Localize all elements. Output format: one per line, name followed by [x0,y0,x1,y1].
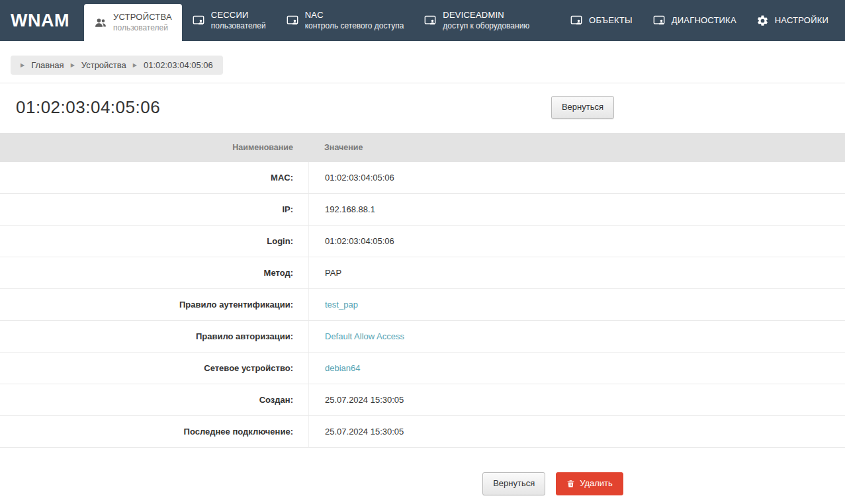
top-nav: WNAM УСТРОЙСТВАпользователейСЕССИИпользо… [0,0,845,41]
table-row: Login:01:02:03:04:05:06 [0,226,845,257]
row-name-cell: Правило авторизации: [0,321,308,352]
nav-item-sublabel: контроль сетевого доступа [305,21,404,31]
nav-item-objects[interactable]: ОБЪЕКТЫ [560,0,643,41]
row-name-cell: Сетевое устройство: [0,353,308,384]
objects-icon [570,14,583,27]
nav-item-sublabel: доступ к оборудованию [443,21,529,31]
nav-item-settings[interactable]: НАСТРОЙКИ [746,0,838,41]
nav-item-label: НАСТРОЙКИ [775,15,828,26]
row-name-cell: MAC: [0,162,308,193]
nav-item-diagnostics[interactable]: ДИАГНОСТИКА [643,0,746,41]
row-value-cell: 192.168.88.1 [308,194,845,225]
back-button[interactable]: Вернуться [551,96,614,119]
breadcrumb-bar: ▶Главная▶Устройства▶01:02:03:04:05:06 [0,41,845,83]
deviceadmin-icon [423,14,437,27]
nav-item-label: ДИАГНОСТИКА [672,15,736,26]
nav-item-label: NAC [305,10,404,21]
row-value-cell: 25.07.2024 15:30:05 [308,384,845,415]
row-value-link[interactable]: test_pap [308,289,845,320]
table-row: Последнее подключение:25.07.2024 15:30:0… [0,416,845,448]
row-name-cell: Создан: [0,384,308,415]
breadcrumb-item: 01:02:03:04:05:06 [144,60,213,70]
delete-button[interactable]: Удалить [556,472,623,495]
column-header-value: Значение [308,143,845,152]
table-row: Метод:PAP [0,257,845,289]
table-row: Сетевое устройство:debian64 [0,353,845,384]
devices-icon [94,16,107,29]
row-name-cell: Login: [0,226,308,257]
settings-icon [756,15,769,27]
back-button-bottom[interactable]: Вернуться [482,472,545,495]
nac-icon [286,14,299,27]
trash-icon [566,479,575,488]
nav-item-devices[interactable]: УСТРОЙСТВАпользователей [84,4,182,41]
row-name-cell: IP: [0,194,308,225]
nav-item-label: DEVICEADMIN [443,10,529,21]
nav-item-sublabel: пользователей [113,23,172,33]
row-name-cell: Последнее подключение: [0,416,308,447]
row-value-cell: PAP [308,257,845,288]
nav-item-sublabel: пользователей [211,21,266,31]
table-body: MAC:01:02:03:04:05:06IP:192.168.88.1Logi… [0,162,845,448]
table-row: Правило аутентификации:test_pap [0,289,845,321]
footer-actions: Вернуться Удалить [0,448,845,504]
app-logo[interactable]: WNAM [11,0,84,41]
breadcrumb-item[interactable]: Главная [31,60,64,70]
breadcrumb-item[interactable]: Устройства [81,60,126,70]
column-header-name: Наименование [0,143,308,152]
table-header-row: Наименование Значение [0,133,845,162]
nav-item-nac[interactable]: NACконтроль сетевого доступа [276,0,414,41]
nav-item-deviceadmin[interactable]: DEVICEADMINдоступ к оборудованию [414,0,539,41]
row-name-cell: Метод: [0,257,308,288]
delete-button-label: Удалить [580,479,613,489]
breadcrumb: ▶Главная▶Устройства▶01:02:03:04:05:06 [11,56,223,75]
main-nav: УСТРОЙСТВАпользователейСЕССИИпользовател… [84,0,845,41]
breadcrumb-arrow-icon: ▶ [133,63,137,68]
row-value-link[interactable]: Default Allow Access [308,321,845,352]
row-value-cell: 25.07.2024 15:30:05 [308,416,845,447]
row-value-cell: 01:02:03:04:05:06 [308,226,845,257]
nav-item-sessions[interactable]: СЕССИИпользователей [182,0,276,41]
table-row: IP:192.168.88.1 [0,194,845,226]
row-value-link[interactable]: debian64 [308,353,845,384]
diagnostics-icon [652,14,666,27]
wnam-device-page: WNAM УСТРОЙСТВАпользователейСЕССИИпользо… [0,0,845,504]
nav-item-label: СЕССИИ [211,10,266,21]
device-detail-table: Наименование Значение MAC:01:02:03:04:05… [0,133,845,448]
nav-item-label: УСТРОЙСТВА [113,12,172,22]
table-row: Правило авторизации:Default Allow Access [0,321,845,353]
breadcrumb-arrow-icon: ▶ [21,63,24,68]
sessions-icon [192,14,205,27]
row-name-cell: Правило аутентификации: [0,289,308,320]
table-row: MAC:01:02:03:04:05:06 [0,162,845,194]
page-title: 01:02:03:04:05:06 [16,97,160,118]
nav-item-label: ОБЪЕКТЫ [589,15,633,26]
breadcrumb-arrow-icon: ▶ [71,63,75,68]
page-header: 01:02:03:04:05:06 Вернуться [0,83,845,133]
row-value-cell: 01:02:03:04:05:06 [308,162,845,193]
table-row: Создан:25.07.2024 15:30:05 [0,384,845,416]
